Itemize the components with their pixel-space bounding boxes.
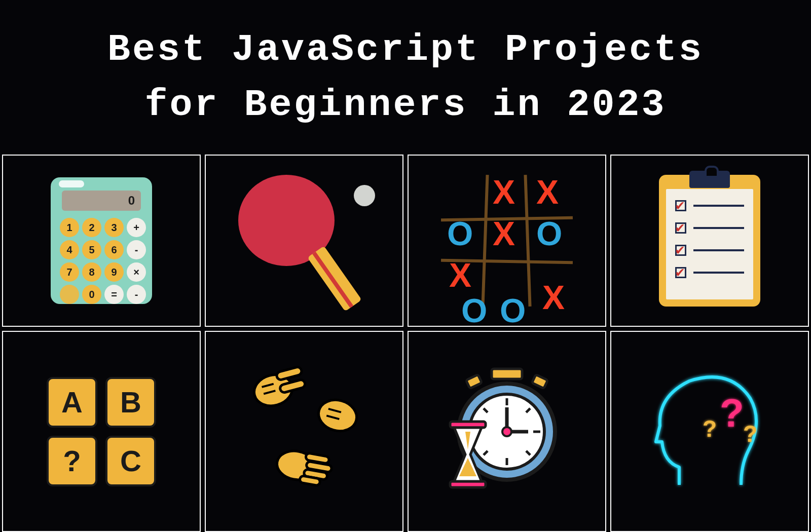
key-3: 3 [104,218,124,237]
svg-text:?: ? [720,391,744,435]
title-line-2: for Beginners in 2023 [144,84,666,127]
cell-tictactoe: X X O X O X O O X [408,155,606,327]
svg-text:?: ? [703,415,717,442]
key-blank [60,285,79,304]
tile-q: ? [47,436,97,486]
key-0: 0 [82,285,101,304]
rock-paper-scissors-icon [233,366,375,498]
key-6: 6 [104,240,124,259]
tic-tac-toe-icon: X X O X O X O O X [441,175,573,307]
clock-hourglass-icon [431,366,583,498]
tile-b: B [105,377,156,428]
key-2: 2 [82,218,101,237]
quiz-head-icon: ? ? ? [644,366,776,498]
cell-hangman: A B ? C [2,331,201,532]
svg-point-5 [315,396,360,435]
svg-rect-1 [276,366,302,380]
cell-rps [205,331,403,532]
key-eq: = [104,285,124,304]
checklist-icon [659,175,760,307]
project-grid: 0 1 2 3 + 4 5 6 - 7 8 9 × 0 = - [0,155,811,532]
key-plus: + [127,218,146,237]
ping-pong-icon [228,175,380,307]
calculator-screen: 0 [62,191,141,211]
key-7: 7 [60,262,79,282]
cell-pong [205,155,403,327]
tile-c: C [105,436,156,486]
cell-todo [610,155,809,327]
svg-text:?: ? [743,421,757,447]
key-4: 4 [60,240,79,259]
cell-quiz: ? ? ? [610,331,809,532]
svg-rect-28 [532,374,547,388]
calculator-keys: 1 2 3 + 4 5 6 - 7 8 9 × 0 = - [60,218,146,304]
key-8: 8 [82,262,101,282]
key-1: 1 [60,218,79,237]
key-5: 5 [82,240,101,259]
key-9: 9 [104,262,124,282]
cell-timer [408,331,606,532]
letter-tiles-icon: A B ? C [47,377,156,486]
svg-rect-27 [466,374,482,388]
svg-rect-26 [492,369,522,379]
key-minus2: - [127,285,146,304]
svg-point-25 [502,427,511,436]
tile-a: A [47,377,97,428]
calculator-icon: 0 1 2 3 + 4 5 6 - 7 8 9 × 0 = - [51,177,152,304]
cell-calculator: 0 1 2 3 + 4 5 6 - 7 8 9 × 0 = - [2,155,201,327]
title-area: Best JavaScript Projects for Beginners i… [0,0,811,155]
ping-pong-ball [354,185,375,206]
key-times: × [127,262,146,282]
paddle-handle [307,246,361,311]
key-minus: - [127,240,146,259]
title-line-1: Best JavaScript Projects [107,28,704,71]
